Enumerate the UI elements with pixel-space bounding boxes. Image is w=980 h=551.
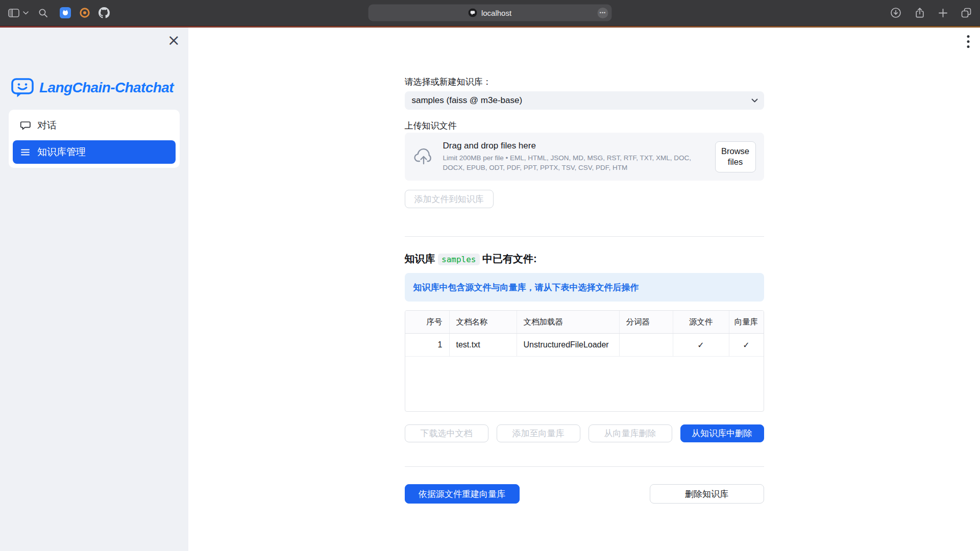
sidebar-item-label: 知识库管理 bbox=[37, 145, 86, 159]
kb-select[interactable]: samples (faiss @ m3e-base) bbox=[405, 91, 764, 110]
page-settings-icon[interactable]: ••• bbox=[598, 8, 608, 18]
kb-files-heading: 知识库 samples 中已有文件: bbox=[405, 252, 764, 266]
table-row[interactable]: 1 test.txt UnstructuredFileLoader ✓ ✓ bbox=[405, 334, 764, 357]
cell-vector-check: ✓ bbox=[729, 334, 764, 356]
files-table: 序号 文档名称 文档加载器 分词器 源文件 向量库 1 test.txt Uns… bbox=[405, 310, 764, 412]
main-content: 请选择或新建知识库： samples (faiss @ m3e-base) 上传… bbox=[188, 28, 980, 551]
orange-app-icon[interactable] bbox=[79, 7, 90, 18]
app-menu-icon[interactable] bbox=[967, 35, 970, 48]
downloads-icon[interactable] bbox=[890, 7, 901, 18]
search-icon[interactable] bbox=[38, 8, 48, 18]
delete-kb-button[interactable]: 删除知识库 bbox=[650, 484, 764, 504]
col-header-vector: 向量库 bbox=[729, 311, 764, 333]
chevron-down-icon[interactable] bbox=[23, 11, 29, 15]
chevron-down-icon bbox=[751, 96, 758, 105]
github-icon[interactable] bbox=[99, 7, 110, 18]
cell-source-check: ✓ bbox=[673, 334, 729, 356]
address-bar[interactable]: localhost ••• bbox=[369, 5, 612, 21]
kb-action-buttons: 依据源文件重建向量库 删除知识库 bbox=[405, 484, 764, 504]
col-header-splitter: 分词器 bbox=[620, 311, 673, 333]
sidebar-close-icon[interactable]: × bbox=[167, 33, 180, 48]
chat-bubble-icon bbox=[20, 120, 31, 131]
browser-toolbar: localhost ••• bbox=[0, 0, 980, 26]
sidebar-item-kb-management[interactable]: 知识库管理 bbox=[13, 140, 176, 164]
add-to-vector-store-button[interactable]: 添加至向量库 bbox=[497, 424, 580, 442]
kb-select-value: samples (faiss @ m3e-base) bbox=[412, 95, 523, 106]
col-header-name: 文档名称 bbox=[450, 311, 517, 333]
rebuild-vector-store-button[interactable]: 依据源文件重建向量库 bbox=[405, 484, 520, 504]
dropzone-title: Drag and drop files here bbox=[443, 141, 706, 151]
cell-loader: UnstructuredFileLoader bbox=[517, 334, 620, 356]
blue-app-icon[interactable] bbox=[60, 7, 71, 18]
delete-from-kb-button[interactable]: 从知识库中删除 bbox=[680, 424, 764, 442]
list-icon bbox=[20, 147, 31, 158]
col-header-index: 序号 bbox=[405, 311, 450, 333]
content-column: 请选择或新建知识库： samples (faiss @ m3e-base) 上传… bbox=[405, 28, 764, 504]
logo-chat-bubble-icon bbox=[11, 78, 34, 97]
toolbar-left-group bbox=[8, 7, 110, 18]
table-action-buttons: 下载选中文档 添加至向量库 从向量库删除 从知识库中删除 bbox=[405, 424, 764, 442]
kb-select-label: 请选择或新建知识库： bbox=[405, 77, 764, 88]
dropzone-limit-text: Limit 200MB per file • EML, HTML, JSON, … bbox=[443, 154, 706, 172]
sidebar-menu: 对话 知识库管理 bbox=[9, 110, 180, 168]
sidebar-item-chat[interactable]: 对话 bbox=[13, 114, 176, 137]
upload-section-label: 上传知识文件 bbox=[405, 120, 764, 132]
new-tab-icon[interactable] bbox=[938, 8, 948, 18]
sidebar: × LangChain-Chatchat bbox=[0, 28, 188, 551]
download-selected-button[interactable]: 下载选中文档 bbox=[405, 424, 488, 442]
remove-from-vector-store-button[interactable]: 从向量库删除 bbox=[589, 424, 672, 442]
app-logo: LangChain-Chatchat bbox=[11, 78, 188, 97]
sidebar-item-label: 对话 bbox=[37, 119, 57, 132]
info-alert: 知识库中包含源文件与向量库，请从下表中选择文件后操作 bbox=[405, 273, 764, 302]
share-icon[interactable] bbox=[914, 7, 925, 18]
cell-splitter bbox=[620, 334, 673, 356]
col-header-source: 源文件 bbox=[673, 311, 729, 333]
table-header-row: 序号 文档名称 文档加载器 分词器 源文件 向量库 bbox=[405, 311, 764, 334]
toolbar-right-group bbox=[890, 7, 972, 18]
screen: localhost ••• bbox=[0, 0, 980, 551]
kb-name-code: samples bbox=[438, 254, 479, 265]
app-page: × LangChain-Chatchat bbox=[0, 28, 980, 551]
browse-files-button[interactable]: Browse files bbox=[715, 141, 756, 172]
file-dropzone[interactable]: Drag and drop files here Limit 200MB per… bbox=[405, 133, 764, 181]
divider bbox=[405, 236, 764, 237]
sidebar-toggle-icon[interactable] bbox=[8, 8, 19, 18]
url-text: localhost bbox=[481, 9, 511, 17]
cell-index: 1 bbox=[405, 334, 450, 356]
page-favicon bbox=[469, 9, 477, 17]
dropzone-texts: Drag and drop files here Limit 200MB per… bbox=[443, 141, 706, 172]
tab-overview-icon[interactable] bbox=[961, 7, 972, 18]
add-files-to-kb-button[interactable]: 添加文件到知识库 bbox=[405, 190, 494, 208]
divider bbox=[405, 466, 764, 467]
cell-file-name: test.txt bbox=[450, 334, 517, 356]
cloud-upload-icon bbox=[413, 148, 434, 165]
logo-text: LangChain-Chatchat bbox=[39, 80, 174, 96]
col-header-loader: 文档加载器 bbox=[517, 311, 620, 333]
